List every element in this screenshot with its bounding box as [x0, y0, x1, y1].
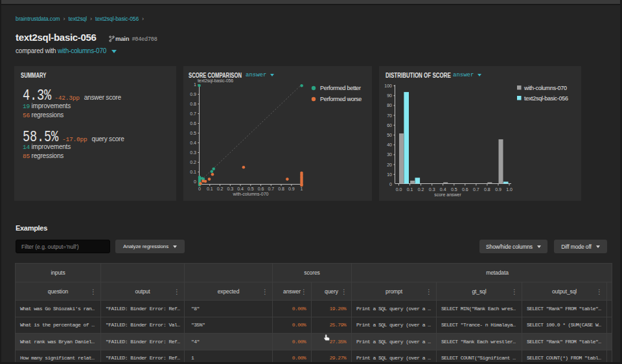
svg-text:0.8: 0.8: [484, 187, 490, 192]
svg-text:1: 1: [301, 187, 303, 191]
svg-text:0.4: 0.4: [440, 187, 446, 192]
svg-text:0.3: 0.3: [190, 150, 196, 155]
svg-text:10: 10: [387, 172, 392, 177]
svg-text:0.9: 0.9: [190, 92, 196, 97]
svg-text:0.7: 0.7: [190, 111, 196, 116]
svg-text:30: 30: [387, 152, 392, 157]
svg-text:0.7: 0.7: [268, 187, 274, 191]
svg-text:0.4: 0.4: [237, 187, 244, 191]
svg-text:0.8: 0.8: [278, 187, 284, 191]
svg-text:0.7: 0.7: [473, 187, 479, 192]
svg-text:1: 1: [194, 82, 196, 87]
svg-text:0: 0: [198, 187, 201, 191]
svg-text:score answer: score answer: [434, 192, 461, 197]
svg-text:0.9: 0.9: [288, 187, 295, 191]
svg-text:60: 60: [387, 123, 392, 128]
svg-text:0.9: 0.9: [495, 187, 501, 192]
svg-text:with-columns-070: with-columns-070: [233, 192, 269, 196]
svg-text:0.1: 0.1: [190, 170, 196, 174]
svg-text:0.1: 0.1: [207, 187, 213, 191]
svg-text:0.2: 0.2: [217, 187, 224, 191]
svg-text:with-columns-070: with-columns-070: [524, 85, 567, 91]
svg-text:0.1: 0.1: [407, 187, 413, 192]
svg-text:0.6: 0.6: [190, 121, 196, 126]
svg-text:80: 80: [387, 103, 392, 108]
svg-text:90: 90: [387, 93, 392, 98]
svg-text:1.0: 1.0: [506, 187, 513, 192]
svg-text:0.3: 0.3: [429, 187, 435, 192]
svg-text:0: 0: [389, 182, 392, 187]
svg-text:50: 50: [387, 133, 392, 137]
svg-text:text2sql-basic-056: text2sql-basic-056: [198, 78, 233, 84]
svg-text:0: 0: [194, 179, 196, 184]
svg-text:100: 100: [384, 84, 392, 88]
svg-text:text2sql-basic-056: text2sql-basic-056: [524, 95, 568, 102]
svg-text:0.4: 0.4: [190, 141, 196, 145]
svg-text:Performed worse: Performed worse: [320, 96, 362, 102]
svg-text:0.6: 0.6: [462, 187, 468, 192]
svg-text:20: 20: [387, 163, 392, 167]
svg-text:0.2: 0.2: [418, 187, 424, 192]
svg-text:0.5: 0.5: [190, 131, 196, 135]
svg-text:0.3: 0.3: [227, 187, 233, 191]
svg-text:0.8: 0.8: [190, 102, 196, 106]
svg-text:0.5: 0.5: [248, 187, 254, 191]
svg-text:70: 70: [387, 113, 392, 118]
svg-text:0.5: 0.5: [451, 187, 457, 192]
svg-text:Performed better: Performed better: [320, 85, 361, 91]
svg-text:0.0: 0.0: [396, 187, 402, 192]
svg-text:0.2: 0.2: [190, 160, 196, 165]
svg-text:0.6: 0.6: [258, 187, 264, 191]
svg-text:40: 40: [387, 142, 392, 147]
